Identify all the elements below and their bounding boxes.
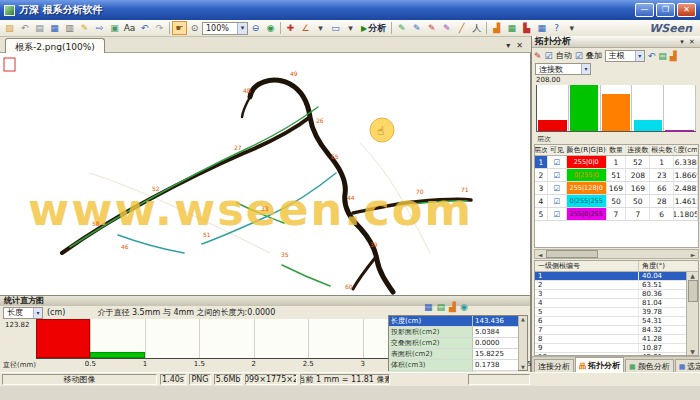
tab-selected-edge-info[interactable]: ▦选定边信息: [675, 359, 700, 372]
export-icon[interactable]: ⇨: [92, 21, 107, 35]
layer-table-row[interactable]: 3☑255|128|01691696642.4885: [535, 182, 698, 195]
close-document-icon[interactable]: ✕: [516, 41, 523, 50]
angle-tool-icon[interactable]: ∠: [298, 21, 313, 35]
auto-checkbox[interactable]: ☑: [545, 51, 553, 61]
scroll-down-icon[interactable]: ▼: [521, 364, 525, 370]
trace-edit-purple-icon[interactable]: ✎: [439, 21, 454, 35]
rect-select-tool-icon[interactable]: ▭: [328, 21, 343, 35]
stats-table-scrollbar[interactable]: ▲ ▼: [518, 316, 527, 370]
angle-table-row[interactable]: 784.32: [535, 326, 688, 335]
bar-chart-icon[interactable]: ▟: [489, 21, 504, 35]
save-icon[interactable]: ▦: [47, 21, 62, 35]
angle-table-row[interactable]: 910.87: [535, 344, 688, 353]
print-icon[interactable]: ▥: [62, 21, 77, 35]
pin-panel-icon[interactable]: ▾: [677, 38, 687, 46]
text-tool-icon[interactable]: Aa: [122, 21, 137, 35]
tab-topology-analysis[interactable]: 品拓扑分析: [575, 357, 624, 372]
stats-row[interactable]: 投影面积(cm2)5.0384: [389, 327, 518, 338]
zoom-level-combo[interactable]: 100%▾: [202, 22, 248, 35]
table-export-icon[interactable]: ▦: [504, 21, 519, 35]
angle-table-row[interactable]: 380.36: [535, 290, 688, 299]
image-canvas[interactable]: www.wseen.com ☝ 484926654427525870713960…: [0, 53, 531, 295]
visible-checkbox[interactable]: ☑: [548, 208, 567, 220]
angle-table-row[interactable]: 539.78: [535, 308, 688, 317]
app-icon: [4, 5, 15, 16]
stats-row[interactable]: 交叠面积(cm2)0.0000: [389, 338, 518, 349]
stats-row[interactable]: 体积(cm3)0.1738: [389, 360, 518, 371]
copy-icon[interactable]: ▤: [32, 21, 47, 35]
excel-export-icon[interactable]: ▤: [658, 51, 667, 61]
scrollbar-thumb[interactable]: [546, 250, 598, 258]
open-folder-icon[interactable]: ▨: [2, 21, 17, 35]
angle-table-row[interactable]: 654.31: [535, 317, 688, 326]
layer-table-row[interactable]: 1☑255|0|0152116.3388: [535, 156, 698, 169]
layer-table-row[interactable]: 5☑255|0|2557761.1805: [535, 208, 698, 221]
status-segment: 移动图像: [2, 374, 157, 385]
tab-connection-analysis[interactable]: 连接分析: [534, 359, 574, 372]
scroll-down-icon[interactable]: ▼: [690, 348, 695, 355]
angle-table-row[interactable]: 841.28: [535, 335, 688, 344]
scroll-up-icon[interactable]: ▲: [690, 272, 695, 279]
analyze-button[interactable]: ▶分析: [358, 22, 389, 35]
tab-list-caret-icon[interactable]: ▾: [506, 41, 510, 50]
excel-export-icon[interactable]: ▤: [437, 302, 446, 312]
chart-icon[interactable]: ▟: [449, 302, 456, 312]
dropdown-caret-icon[interactable]: ▾: [313, 21, 328, 35]
hand-pan-tool-icon[interactable]: ☛: [172, 21, 187, 35]
chart-export-icon[interactable]: ▟: [670, 51, 677, 61]
metric-select-combo[interactable]: 连接数 ▾: [535, 63, 591, 75]
zoom-out-icon[interactable]: ⊖: [248, 21, 263, 35]
dropdown-caret-icon[interactable]: ▾: [564, 21, 579, 35]
revert-icon[interactable]: ↶: [17, 21, 32, 35]
globe-view-icon[interactable]: ◉: [263, 21, 278, 35]
close-panel-icon[interactable]: ✕: [687, 38, 697, 46]
document-tab[interactable]: 根系-2.png(100%): [5, 38, 105, 53]
root-select-combo[interactable]: 主根 ▾: [605, 50, 645, 62]
scroll-up-icon[interactable]: ▲: [521, 316, 525, 322]
eraser-tool-icon[interactable]: ╱: [454, 21, 469, 35]
maximize-button[interactable]: ❐: [656, 3, 675, 17]
visible-checkbox[interactable]: ☑: [548, 156, 567, 168]
visible-checkbox[interactable]: ☑: [548, 182, 567, 194]
visible-checkbox[interactable]: ☑: [548, 169, 567, 181]
lateral-root-id: 7: [535, 326, 639, 334]
mark-tool-icon[interactable]: ✚: [283, 21, 298, 35]
overlay-checkbox[interactable]: ☑: [575, 51, 583, 61]
stats-row[interactable]: 表面积(cm2)15.8225: [389, 349, 518, 360]
minimize-button[interactable]: —: [635, 3, 654, 17]
grid-icon[interactable]: ▦: [534, 21, 549, 35]
tab-color-analysis[interactable]: ▦颜色分析: [625, 359, 674, 372]
save-icon[interactable]: ▦: [424, 302, 433, 312]
trace-edit-blue-icon[interactable]: ✎: [409, 21, 424, 35]
scrollbar-thumb[interactable]: [688, 280, 698, 302]
zoom-search-icon[interactable]: ⊙: [187, 21, 202, 35]
angle-table-row[interactable]: 481.04: [535, 299, 688, 308]
horizontal-scrollbar[interactable]: ◄ ►: [534, 249, 699, 259]
redo-icon[interactable]: ↷: [152, 21, 167, 35]
undo-icon[interactable]: ↶: [648, 51, 656, 61]
dropdown-caret-icon[interactable]: ▾: [343, 21, 358, 35]
close-button[interactable]: ✕: [677, 3, 696, 17]
layer-table-row[interactable]: 4☑0|255|25550502811.4615: [535, 195, 698, 208]
settings-icon[interactable]: ◉: [460, 302, 468, 312]
image-icon[interactable]: ▣: [107, 21, 122, 35]
histogram-icon[interactable]: ▙: [519, 21, 534, 35]
edit-tool-icon[interactable]: ✎: [534, 51, 542, 61]
pencil-icon[interactable]: ✎: [77, 21, 92, 35]
trace-edit-red-icon[interactable]: ✎: [424, 21, 439, 35]
vertical-scrollbar[interactable]: ▲ ▼: [686, 272, 698, 355]
manual-trace-icon[interactable]: 人: [469, 21, 484, 35]
lateral-root-id: 4: [535, 299, 639, 307]
help-icon[interactable]: ?: [549, 21, 564, 35]
layer-table-row[interactable]: 2☑0|255|0512082371.8669: [535, 169, 698, 182]
histogram-metric-combo[interactable]: 长度 ▾: [3, 307, 43, 319]
angle-table-row[interactable]: 263.51: [535, 281, 688, 290]
visible-checkbox[interactable]: ☑: [548, 195, 567, 207]
angle-table-row[interactable]: 140.04: [535, 272, 688, 281]
scroll-left-icon[interactable]: ◄: [535, 251, 545, 258]
stats-row[interactable]: 长度(cm)143.436: [389, 316, 518, 327]
trace-edit-green-icon[interactable]: ✎: [394, 21, 409, 35]
undo-icon[interactable]: ↶: [137, 21, 152, 35]
scroll-right-icon[interactable]: ►: [688, 251, 698, 258]
root-segment-label: 51: [203, 231, 211, 238]
